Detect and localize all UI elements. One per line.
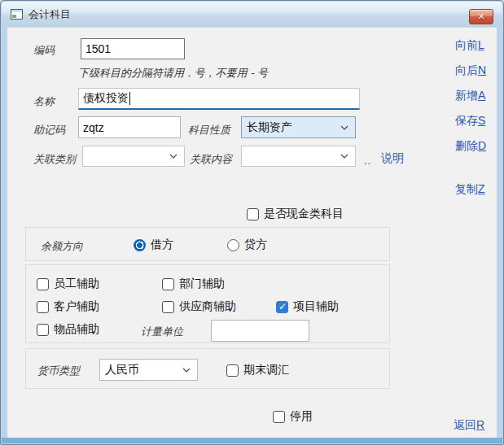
chevron-down-icon (340, 125, 348, 130)
supplier-aux-label: 供应商辅助 (179, 299, 236, 314)
credit-radio[interactable]: 贷方 (227, 238, 267, 252)
checkbox-icon (247, 208, 259, 220)
save-label: 保存 (455, 114, 478, 127)
forward-label: 向前 (455, 38, 478, 51)
department-aux-checkbox[interactable]: 部门辅助 (162, 277, 225, 291)
related-category-label: 关联类别 (33, 152, 76, 167)
mnemonic-value: zqtz (83, 121, 104, 134)
checkbox-icon (273, 411, 285, 423)
currency-label: 货币类型 (37, 364, 80, 378)
cash-subject-checkbox[interactable]: 是否现金类科目 (247, 207, 344, 221)
project-aux-checkbox[interactable]: 项目辅助 (276, 299, 339, 314)
forward-button[interactable]: 向前L (455, 38, 484, 53)
related-content-label: 关联内容 (190, 152, 232, 167)
forward-accel: L (478, 38, 484, 51)
copy-label: 复制 (455, 182, 478, 195)
backward-label: 向后 (455, 63, 478, 76)
close-button[interactable]: ✕ (469, 9, 493, 24)
form-content: 编码 1501 下级科目的分隔符请用 . 号，不要用 - 号 名称 债权投资 助… (7, 27, 497, 438)
currency-value: 人民币 (105, 363, 139, 377)
back-accel: R (476, 418, 484, 431)
chevron-down-icon (182, 368, 191, 373)
unit-label: 计量单位 (141, 325, 183, 339)
disable-label: 停用 (290, 409, 313, 424)
nature-label: 科目性质 (188, 123, 230, 137)
checkbox-icon (276, 301, 288, 313)
employee-aux-checkbox[interactable]: 员工辅助 (37, 277, 99, 291)
add-button[interactable]: 新增A (455, 89, 485, 103)
close-icon: ✕ (477, 12, 484, 21)
backward-button[interactable]: 向后N (455, 63, 486, 78)
window-title: 会计科目 (28, 7, 71, 22)
cash-subject-label: 是否现金类科目 (264, 207, 344, 221)
project-aux-label: 项目辅助 (293, 299, 339, 314)
save-accel: S (478, 114, 485, 127)
copy-accel: Z (478, 182, 485, 195)
radio-icon (134, 239, 146, 251)
checkbox-icon (162, 301, 174, 313)
mnemonic-input[interactable]: zqtz (78, 116, 181, 138)
fx-adjust-checkbox[interactable]: 期末调汇 (226, 363, 289, 377)
checkbox-icon (226, 364, 239, 377)
item-aux-label: 物品辅助 (54, 322, 99, 337)
currency-group: 货币类型 人民币 期末调汇 (25, 348, 390, 389)
delete-accel: D (478, 139, 486, 152)
add-label: 新增 (455, 89, 478, 102)
employee-aux-label: 员工辅助 (54, 277, 99, 291)
name-label: 名称 (33, 94, 55, 109)
unit-input[interactable] (211, 320, 309, 342)
disable-checkbox[interactable]: 停用 (273, 409, 313, 424)
code-input[interactable]: 1501 (81, 38, 185, 59)
checkbox-icon (37, 301, 49, 313)
customer-aux-label: 客户辅助 (54, 299, 99, 314)
delete-button[interactable]: 删除D (455, 139, 486, 154)
balance-direction-group: 余额方向 借方 贷方 (25, 227, 390, 261)
mnemonic-label: 助记码 (33, 123, 65, 137)
customer-aux-checkbox[interactable]: 客户辅助 (37, 299, 99, 314)
accounting-subject-dialog: 会计科目 ✕ 编码 1501 下级科目的分隔符请用 . 号，不要用 - 号 名称… (0, 0, 504, 445)
debit-radio[interactable]: 借方 (134, 238, 173, 252)
name-value: 债权投资 (83, 91, 129, 106)
save-button[interactable]: 保存S (455, 114, 485, 129)
window-bottom-edge (2, 438, 502, 443)
code-label: 编码 (33, 43, 55, 58)
fx-adjust-label: 期末调汇 (243, 363, 289, 377)
credit-label: 贷方 (244, 238, 267, 252)
explain-link[interactable]: 说明 (381, 151, 404, 166)
related-content-select[interactable] (241, 146, 356, 167)
name-input[interactable]: 债权投资 (78, 88, 360, 110)
checkbox-icon (37, 324, 49, 336)
back-label: 返回 (454, 418, 476, 431)
nature-select[interactable]: 长期资产 (241, 116, 356, 138)
radio-icon (227, 239, 239, 251)
related-category-select[interactable] (82, 146, 185, 167)
back-button[interactable]: 返回R (454, 418, 484, 433)
supplier-aux-checkbox[interactable]: 供应商辅助 (162, 299, 236, 314)
currency-select[interactable]: 人民币 (99, 359, 198, 381)
balance-direction-label: 余额方向 (41, 239, 83, 254)
copy-button[interactable]: 复制Z (455, 182, 485, 197)
add-accel: A (478, 89, 485, 102)
title-bar[interactable]: 会计科目 ✕ (2, 2, 502, 27)
delete-label: 删除 (455, 139, 478, 152)
checkbox-icon (162, 278, 174, 290)
chevron-down-icon (169, 154, 177, 159)
code-value: 1501 (85, 42, 111, 55)
more-button[interactable]: .. (364, 155, 371, 167)
code-note: 下级科目的分隔符请用 . 号，不要用 - 号 (78, 66, 268, 81)
item-aux-checkbox[interactable]: 物品辅助 (37, 322, 99, 337)
auxiliary-group: 员工辅助 部门辅助 客户辅助 供应商辅助 项目辅助 物品辅助 计 (25, 264, 390, 343)
checkbox-icon (37, 278, 49, 290)
chevron-down-icon (340, 154, 348, 159)
nature-value: 长期资产 (247, 120, 292, 135)
department-aux-label: 部门辅助 (179, 277, 225, 291)
debit-label: 借方 (151, 238, 173, 252)
backward-accel: N (478, 63, 486, 76)
window-icon (11, 9, 23, 20)
text-caret (129, 92, 130, 105)
